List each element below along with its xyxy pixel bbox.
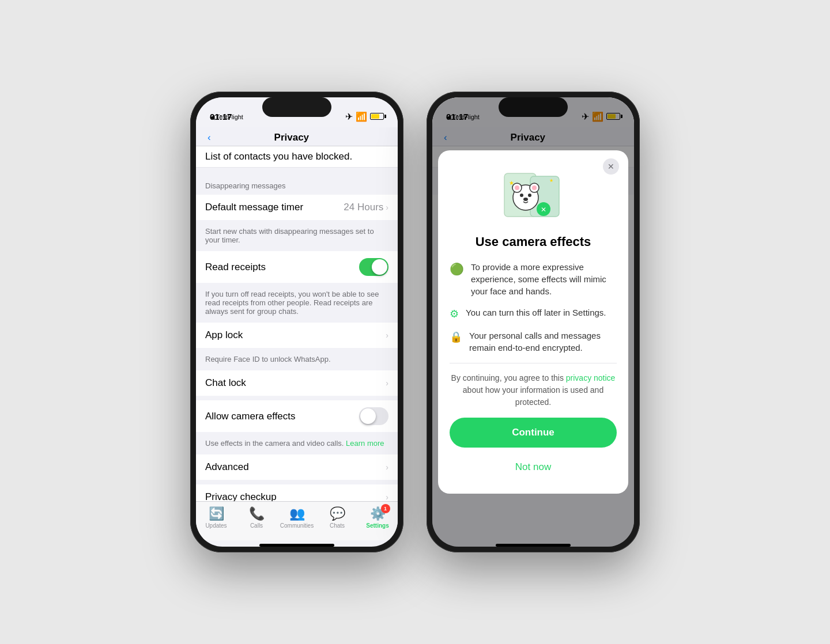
phone-1: 01:17 ◀ TestFlight ✈ 📶 ‹ Privacy [190, 92, 403, 552]
tab-chats[interactable]: 💬 Chats [320, 506, 354, 529]
camera-effects-group: Allow camera effects [196, 400, 398, 432]
app-lock-chevron: › [386, 331, 388, 340]
calls-label: Calls [250, 522, 263, 529]
app-lock-desc: Require Face ID to unlock WhatsApp. [196, 353, 398, 370]
advanced-chevron: › [386, 463, 388, 472]
svg-text:★: ★ [549, 178, 553, 183]
advanced-group: Advanced › [196, 454, 398, 480]
back-button-1[interactable]: ‹ [207, 132, 211, 143]
feature-2-icon: ⚙ [450, 308, 459, 320]
privacy-checkup-item[interactable]: Privacy checkup › [196, 484, 398, 501]
app-lock-group: App lock › [196, 323, 398, 348]
modal-illustration: ✕ ★ ★ [450, 168, 617, 225]
status-back-1: ◀ TestFlight [210, 113, 243, 121]
camera-effects-label: Allow camera effects [205, 411, 296, 422]
feature-1-icon: 🟢 [450, 262, 464, 276]
chat-lock-group: Chat lock › [196, 370, 398, 396]
airplane-icon: ✈ [345, 111, 353, 122]
default-timer-label: Default message timer [205, 202, 303, 213]
camera-effects-desc: Use effects in the camera and video call… [196, 437, 398, 454]
feature-2-text: You can turn this off later in Settings. [466, 306, 606, 319]
feature-3-icon: 🔒 [450, 331, 462, 343]
modal-divider [450, 363, 617, 363]
modal-close-button[interactable]: ✕ [603, 158, 619, 175]
settings-badge-container: ⚙️ 1 [370, 506, 386, 521]
disappearing-section-label: Disappearing messages [196, 172, 398, 195]
phone-2: 01:17 ◀ TestFlight ✈ 📶 ‹ Privacy [427, 92, 640, 552]
chat-lock-label: Chat lock [205, 377, 246, 389]
battery-icon [370, 113, 384, 120]
modal-feature-3: 🔒 Your personal calls and messages remai… [450, 329, 617, 354]
camera-effects-toggle[interactable] [359, 407, 388, 425]
read-receipts-item[interactable]: Read receipts [196, 251, 398, 283]
communities-label: Communities [280, 522, 314, 529]
updates-icon: 🔄 [209, 506, 224, 521]
modal-overlay[interactable]: ✕ [432, 97, 634, 547]
chats-label: Chats [330, 522, 345, 529]
tab-settings[interactable]: ⚙️ 1 Settings [360, 506, 395, 529]
learn-more-link[interactable]: Learn more [346, 439, 384, 448]
nav-bar-1: ‹ Privacy [196, 127, 398, 146]
not-now-button[interactable]: Not now [450, 454, 617, 480]
tab-communities[interactable]: 👥 Communities [280, 506, 314, 529]
phone-notch [262, 97, 331, 117]
read-receipts-toggle[interactable] [359, 258, 388, 276]
privacy-checkup-chevron: › [386, 493, 388, 501]
camera-effects-modal: ✕ [438, 150, 628, 494]
chat-lock-item[interactable]: Chat lock › [196, 370, 398, 396]
svg-point-8 [528, 194, 531, 197]
settings-badge: 1 [381, 504, 390, 513]
svg-point-9 [523, 198, 528, 201]
svg-text:★: ★ [509, 180, 514, 186]
continue-button[interactable]: Continue [450, 418, 617, 448]
chat-lock-chevron: › [386, 378, 388, 388]
communities-icon: 👥 [289, 506, 305, 521]
modal-feature-1: 🟢 To provide a more expressive experienc… [450, 261, 617, 297]
default-timer-item[interactable]: Default message timer 24 Hours › [196, 195, 398, 220]
timer-desc: Start new chats with disappearing messag… [196, 225, 398, 251]
status-icons-1: ✈ 📶 [345, 111, 384, 122]
modal-notice: By continuing, you agree to this privacy… [450, 372, 617, 408]
svg-point-6 [532, 185, 537, 190]
tab-updates[interactable]: 🔄 Updates [199, 506, 233, 529]
default-timer-value: 24 Hours › [344, 202, 388, 213]
camera-effects-item[interactable]: Allow camera effects [196, 400, 398, 432]
blocked-desc: List of contacts you have blocked. [196, 146, 398, 168]
wifi-icon: 📶 [356, 111, 367, 122]
advanced-item[interactable]: Advanced › [196, 454, 398, 480]
timer-chevron: › [386, 203, 388, 212]
privacy-checkup-label: Privacy checkup [205, 491, 277, 501]
scroll-area-1[interactable]: List of contacts you have blocked. Disap… [196, 146, 398, 501]
read-receipts-label: Read receipts [205, 262, 266, 273]
app-lock-label: App lock [205, 329, 243, 341]
feature-3-text: Your personal calls and messages remain … [469, 329, 617, 354]
modal-title: Use camera effects [450, 234, 617, 249]
tab-bar-1: 🔄 Updates 📞 Calls 👥 Communities 💬 Chats [196, 501, 398, 540]
read-receipts-group: Read receipts [196, 251, 398, 283]
home-indicator-1 [259, 544, 334, 547]
svg-point-5 [515, 185, 519, 190]
calls-icon: 📞 [249, 506, 265, 521]
blocked-group: List of contacts you have blocked. [196, 146, 398, 168]
tab-calls[interactable]: 📞 Calls [239, 506, 274, 529]
advanced-label: Advanced [205, 461, 249, 473]
read-receipts-desc: If you turn off read receipts, you won't… [196, 287, 398, 323]
svg-point-7 [520, 194, 523, 197]
privacy-notice-link[interactable]: privacy notice [566, 373, 616, 382]
settings-label: Settings [366, 522, 388, 529]
feature-1-text: To provide a more expressive experience,… [471, 261, 617, 297]
svg-text:✕: ✕ [541, 206, 546, 214]
modal-feature-2: ⚙ You can turn this off later in Setting… [450, 306, 617, 320]
privacy-checkup-group: Privacy checkup › [196, 484, 398, 501]
chats-icon: 💬 [330, 506, 345, 521]
camera-bear-illustration: ✕ ★ ★ [499, 168, 568, 225]
disappearing-group: Default message timer 24 Hours › [196, 195, 398, 220]
updates-label: Updates [205, 522, 227, 529]
nav-title-1: Privacy [274, 132, 310, 143]
app-lock-item[interactable]: App lock › [196, 323, 398, 348]
